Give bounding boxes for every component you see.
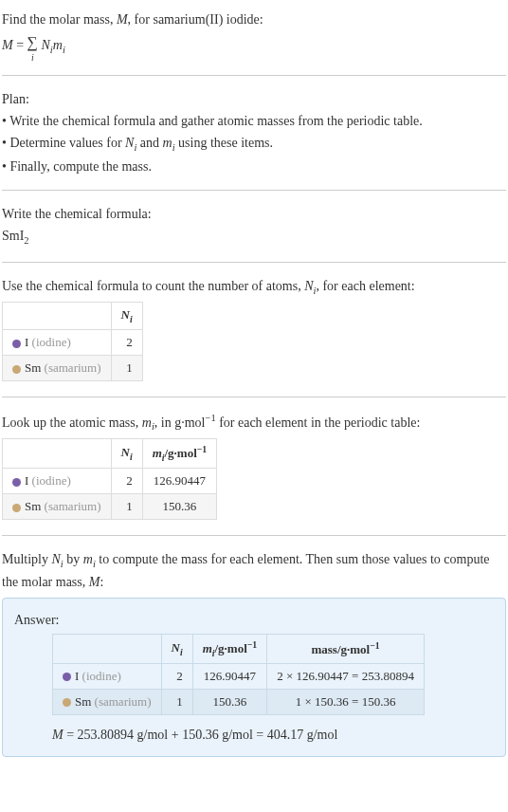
element-cell: I (iodine): [3, 330, 112, 356]
atom-count-table: Ni I (iodine) 2 Sm (samarium) 1: [2, 302, 143, 381]
step2-section: Use the chemical formula to count the nu…: [2, 270, 506, 389]
mass-cell: 126.90447: [142, 469, 217, 494]
intro-line1: Find the molar mass, M, for samarium(II)…: [2, 9, 506, 29]
table-header-N: Ni: [111, 439, 142, 469]
table-header-row: Ni mi/g·mol−1 mass/g·mol−1: [53, 634, 425, 663]
step1-heading: Write the chemical formula:: [2, 204, 506, 224]
var-M: M: [117, 12, 128, 27]
table-row: I (iodine) 2 126.90447 2 × 126.90447 = 2…: [53, 663, 425, 689]
count-cell: 2: [111, 469, 142, 494]
table-header-mass: mass/g·mol−1: [267, 634, 425, 663]
step3-section: Look up the atomic mass, mi, in g·mol−1 …: [2, 405, 506, 527]
mass-cell: 150.36: [142, 494, 217, 520]
plan-heading: Plan:: [2, 89, 506, 109]
intro-section: Find the molar mass, M, for samarium(II)…: [2, 4, 506, 67]
element-dot-icon: [63, 698, 71, 707]
plan-item3: • Finally, compute the mass.: [2, 157, 506, 176]
atomic-mass-table: Ni mi/g·mol−1 I (iodine) 2 126.90447 Sm …: [2, 438, 217, 520]
formula-lhs: M: [2, 38, 13, 52]
sigma-icon: ∑i: [27, 31, 38, 62]
answer-box: Answer: Ni mi/g·mol−1 mass/g·mol−1 I (io…: [2, 598, 506, 757]
table-row: Sm (samarium) 1 150.36 1 × 150.36 = 150.…: [53, 689, 425, 714]
divider: [2, 75, 506, 76]
element-cell: Sm (samarium): [3, 356, 112, 381]
intro-text: Find the molar mass,: [2, 12, 117, 27]
count-cell: 1: [111, 356, 142, 381]
table-header-N: Ni: [161, 634, 192, 663]
table-row: I (iodine) 2 126.90447: [3, 469, 217, 494]
table-row: Sm (samarium) 1: [3, 356, 143, 381]
intro-text2: , for samarium(II) iodide:: [128, 12, 263, 27]
divider: [2, 190, 506, 191]
divider: [2, 397, 506, 397]
answer-label: Answer:: [14, 610, 494, 630]
element-dot-icon: [12, 478, 21, 487]
formula-eq: =: [13, 38, 27, 52]
mass-cell: 126.90447: [192, 663, 267, 689]
count-cell: 1: [161, 689, 192, 714]
element-dot-icon: [63, 673, 71, 681]
table-header-N: Ni: [111, 303, 142, 330]
table-header-m: mi/g·mol−1: [142, 439, 217, 469]
formula-m: m: [53, 38, 63, 52]
table-header-blank: [3, 303, 112, 330]
plan-section: Plan: • Write the chemical formula and g…: [2, 83, 506, 183]
element-cell: Sm (samarium): [3, 494, 112, 520]
step4-heading: Multiply Ni by mi to compute the mass fo…: [2, 549, 506, 592]
answer-content: Ni mi/g·mol−1 mass/g·mol−1 I (iodine) 2 …: [14, 634, 494, 745]
plan-item2: • Determine values for Ni and mi using t…: [2, 133, 506, 156]
table-header-row: Ni: [3, 303, 143, 330]
element-dot-icon: [12, 504, 21, 512]
table-header-row: Ni mi/g·mol−1: [3, 439, 217, 469]
count-cell: 2: [111, 330, 142, 356]
formula-msub: i: [63, 45, 65, 55]
intro-formula: M = ∑i Nimi: [2, 31, 506, 62]
count-cell: 1: [111, 494, 142, 520]
element-dot-icon: [12, 340, 21, 348]
step2-heading: Use the chemical formula to count the nu…: [2, 276, 506, 299]
plan-item1: • Write the chemical formula and gather …: [2, 111, 506, 131]
step4-section: Multiply Ni by mi to compute the mass fo…: [2, 544, 506, 760]
element-cell: Sm (samarium): [53, 689, 162, 714]
table-row: I (iodine) 2: [3, 330, 143, 356]
count-cell: 2: [161, 663, 192, 689]
answer-table: Ni mi/g·mol−1 mass/g·mol−1 I (iodine) 2 …: [52, 634, 425, 715]
element-dot-icon: [12, 365, 21, 374]
table-header-blank: [53, 634, 162, 663]
step3-heading: Look up the atomic mass, mi, in g·mol−1 …: [2, 411, 506, 434]
calc-cell: 1 × 150.36 = 150.36: [267, 689, 425, 714]
step1-section: Write the chemical formula: SmI2: [2, 198, 506, 254]
table-row: Sm (samarium) 1 150.36: [3, 494, 217, 520]
element-cell: I (iodine): [53, 663, 162, 689]
element-cell: I (iodine): [3, 469, 112, 494]
chemical-formula: SmI2: [2, 226, 506, 249]
final-answer: M = 253.80894 g/mol + 150.36 g/mol = 404…: [52, 725, 494, 745]
table-header-m: mi/g·mol−1: [192, 634, 267, 663]
mass-cell: 150.36: [192, 689, 267, 714]
formula-N: N: [41, 38, 49, 52]
divider: [2, 262, 506, 263]
table-header-blank: [3, 439, 112, 469]
divider: [2, 535, 506, 536]
calc-cell: 2 × 126.90447 = 253.80894: [267, 663, 425, 689]
